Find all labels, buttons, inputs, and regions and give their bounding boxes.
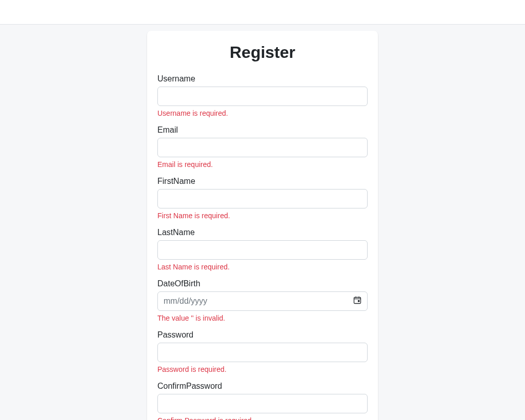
confirmpassword-input[interactable] (157, 394, 368, 413)
confirmpassword-error: Confirm Password is required. (157, 416, 368, 420)
page-background: Register Username Username is required. … (0, 25, 525, 420)
top-nav-bar (0, 0, 525, 25)
dob-group: DateOfBirth mm/dd/yyyy The val (157, 279, 368, 322)
username-group: Username Username is required. (157, 74, 368, 117)
email-input[interactable] (157, 138, 368, 157)
firstname-group: FirstName First Name is required. (157, 177, 368, 220)
lastname-group: LastName Last Name is required. (157, 228, 368, 271)
page-title: Register (157, 43, 368, 62)
password-group: Password Password is required. (157, 330, 368, 373)
password-input[interactable] (157, 343, 368, 362)
firstname-input[interactable] (157, 189, 368, 208)
password-error: Password is required. (157, 365, 368, 373)
confirmpassword-label: ConfirmPassword (157, 382, 368, 391)
firstname-label: FirstName (157, 177, 368, 186)
register-form: Username Username is required. Email Ema… (157, 74, 368, 420)
dob-input-wrap: mm/dd/yyyy (157, 291, 368, 311)
register-card: Register Username Username is required. … (147, 31, 378, 420)
lastname-error: Last Name is required. (157, 263, 368, 271)
username-error: Username is required. (157, 109, 368, 117)
dob-error: The value '' is invalid. (157, 314, 368, 322)
email-label: Email (157, 125, 368, 135)
dob-label: DateOfBirth (157, 279, 368, 288)
username-input[interactable] (157, 87, 368, 106)
dob-input[interactable] (157, 291, 368, 311)
email-group: Email Email is required. (157, 125, 368, 169)
firstname-error: First Name is required. (157, 212, 368, 220)
email-error: Email is required. (157, 160, 368, 169)
username-label: Username (157, 74, 368, 83)
password-label: Password (157, 330, 368, 340)
confirmpassword-group: ConfirmPassword Confirm Password is requ… (157, 382, 368, 420)
lastname-input[interactable] (157, 240, 368, 260)
lastname-label: LastName (157, 228, 368, 237)
